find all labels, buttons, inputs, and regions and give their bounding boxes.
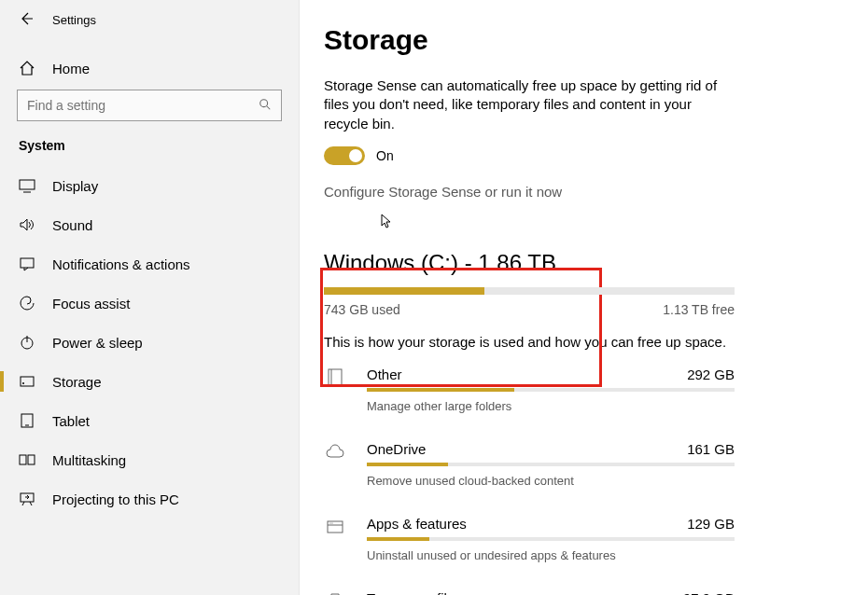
svg-rect-15 bbox=[328, 521, 343, 533]
sidebar: Settings Home System Display Sound bbox=[0, 0, 299, 595]
nav-label: Notifications & actions bbox=[52, 256, 190, 272]
svg-rect-12 bbox=[28, 455, 35, 464]
storage-sense-toggle[interactable] bbox=[324, 146, 365, 165]
category-name: OneDrive bbox=[367, 441, 426, 457]
category-onedrive[interactable]: OneDrive161 GB Remove unused cloud-backe… bbox=[324, 441, 735, 488]
nav-label: Sound bbox=[52, 217, 92, 233]
page-title: Storage bbox=[324, 24, 831, 56]
multitasking-icon bbox=[19, 451, 35, 468]
notifications-icon bbox=[19, 256, 35, 272]
nav-sound[interactable]: Sound bbox=[0, 205, 299, 244]
category-size: 129 GB bbox=[687, 516, 735, 532]
back-icon[interactable] bbox=[19, 11, 35, 28]
svg-line-1 bbox=[267, 105, 271, 109]
category-other[interactable]: Other292 GB Manage other large folders bbox=[324, 367, 735, 413]
svg-point-8 bbox=[22, 382, 24, 384]
nav-label: Multitasking bbox=[52, 452, 126, 468]
power-icon bbox=[19, 334, 35, 351]
category-size: 161 GB bbox=[687, 441, 735, 457]
cursor-icon bbox=[376, 214, 393, 230]
nav-tablet[interactable]: Tablet bbox=[0, 401, 299, 440]
main-content: Storage Storage Sense can automatically … bbox=[299, 0, 868, 595]
toggle-state-label: On bbox=[376, 148, 394, 163]
svg-rect-14 bbox=[329, 369, 342, 386]
drive-used-label: 743 GB used bbox=[324, 302, 400, 317]
drive-free-label: 1.13 TB free bbox=[663, 302, 735, 317]
storage-sense-description: Storage Sense can automatically free up … bbox=[324, 76, 735, 133]
nav-list: Display Sound Notifications & actions Fo… bbox=[0, 166, 299, 519]
tablet-icon bbox=[19, 412, 35, 429]
search-field[interactable] bbox=[27, 98, 259, 113]
category-apps[interactable]: Apps & features129 GB Uninstall unused o… bbox=[324, 516, 735, 562]
section-title: System bbox=[0, 121, 299, 162]
nav-notifications[interactable]: Notifications & actions bbox=[0, 244, 299, 284]
category-hint: Remove unused cloud-backed content bbox=[367, 474, 735, 488]
svg-point-18 bbox=[331, 522, 332, 523]
nav-projecting[interactable]: Projecting to this PC bbox=[0, 479, 299, 519]
trash-icon bbox=[324, 590, 346, 595]
nav-label: Tablet bbox=[52, 413, 90, 429]
nav-power[interactable]: Power & sleep bbox=[0, 323, 299, 362]
svg-rect-4 bbox=[21, 258, 34, 268]
category-hint: Uninstall unused or undesired apps & fea… bbox=[367, 548, 735, 562]
nav-storage[interactable]: Storage bbox=[0, 362, 299, 401]
sound-icon bbox=[19, 216, 35, 233]
nav-label: Storage bbox=[52, 374, 102, 390]
search-icon bbox=[259, 98, 272, 114]
storage-icon bbox=[19, 373, 35, 390]
home-button[interactable]: Home bbox=[0, 48, 299, 90]
usage-description: This is how your storage is used and how… bbox=[324, 334, 831, 350]
svg-rect-2 bbox=[20, 180, 35, 189]
category-name: Apps & features bbox=[367, 516, 467, 532]
display-icon bbox=[19, 177, 35, 194]
svg-rect-7 bbox=[21, 377, 34, 386]
category-name: Other bbox=[367, 367, 402, 382]
svg-point-0 bbox=[260, 99, 268, 106]
category-name: Temporary files bbox=[367, 590, 462, 595]
home-label: Home bbox=[52, 61, 90, 76]
nav-display[interactable]: Display bbox=[0, 166, 299, 205]
category-size: 97.9 GB bbox=[683, 590, 735, 595]
svg-point-17 bbox=[329, 522, 330, 523]
nav-label: Projecting to this PC bbox=[52, 491, 179, 507]
nav-label: Display bbox=[52, 178, 98, 194]
drive-usage-fill bbox=[324, 287, 484, 295]
configure-link[interactable]: Configure Storage Sense or run it now bbox=[324, 184, 831, 200]
category-size: 292 GB bbox=[687, 367, 735, 382]
focus-icon bbox=[19, 295, 35, 311]
nav-label: Power & sleep bbox=[52, 335, 143, 351]
scrollbar[interactable] bbox=[299, 187, 300, 448]
drive-title: Windows (C:) - 1.86 TB bbox=[324, 250, 831, 276]
category-hint: Manage other large folders bbox=[367, 399, 735, 413]
search-input[interactable] bbox=[17, 90, 282, 121]
drive-usage-bar bbox=[324, 287, 735, 295]
nav-label: Focus assist bbox=[52, 296, 130, 311]
home-icon bbox=[19, 60, 35, 76]
nav-focus-assist[interactable]: Focus assist bbox=[0, 284, 299, 323]
other-icon bbox=[324, 367, 346, 389]
app-title: Settings bbox=[52, 13, 96, 27]
svg-rect-11 bbox=[20, 455, 26, 464]
nav-multitasking[interactable]: Multitasking bbox=[0, 440, 299, 479]
apps-icon bbox=[324, 516, 346, 538]
category-temp[interactable]: Temporary files97.9 GB Choose which temp… bbox=[324, 590, 735, 595]
projecting-icon bbox=[19, 491, 35, 507]
cloud-icon bbox=[324, 441, 346, 464]
